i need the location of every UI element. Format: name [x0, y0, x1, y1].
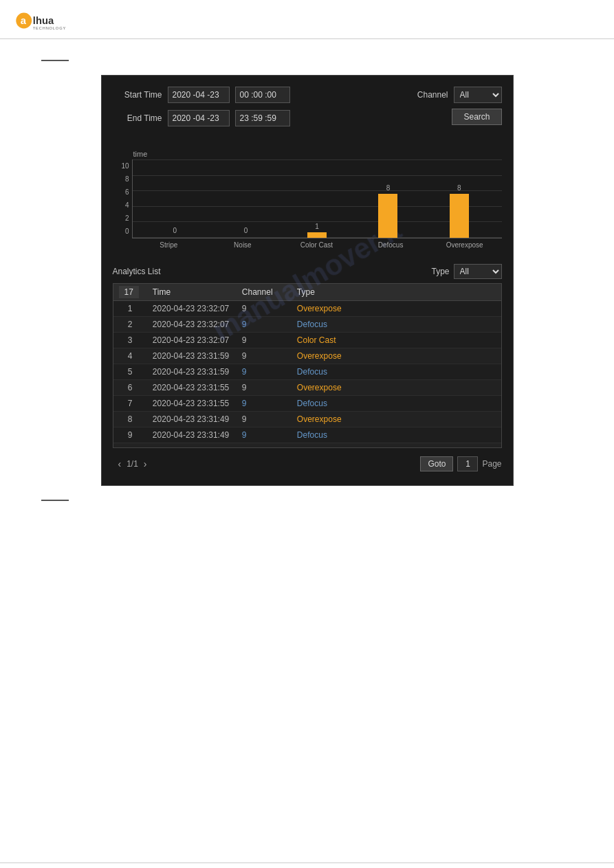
grid-line-8: [133, 175, 502, 176]
bar-colorcast: 1: [281, 232, 352, 238]
cell-num: 8: [113, 412, 147, 427]
table-row: 22020-04-23 23:32:079Defocus: [113, 317, 501, 333]
cell-channel: 9: [237, 317, 292, 333]
cell-type: Defocus: [292, 396, 501, 412]
table-row: 92020-04-23 23:31:499Defocus: [113, 427, 501, 443]
table-row: 82020-04-23 23:31:499Overexpose: [113, 412, 501, 427]
channel-label: Channel: [417, 90, 448, 100]
cell-channel: 9: [237, 396, 292, 412]
cell-num: 6: [113, 380, 147, 396]
end-date-input[interactable]: [168, 110, 230, 126]
cell-time: 2020-04-23 23:31:49: [147, 427, 237, 443]
cell-type: Overexpose: [292, 443, 501, 449]
bar-overexpose-rect: [450, 194, 469, 238]
cell-time: 2020-04-23 23:31:45: [147, 443, 237, 449]
y-tick-8: 8: [125, 175, 129, 183]
start-date-input[interactable]: [168, 87, 230, 103]
cell-num: 7: [113, 396, 147, 412]
bar-stripe: 0: [140, 236, 210, 238]
end-time-label: End Time: [113, 113, 162, 123]
cell-type: Overexpose: [292, 301, 501, 317]
page-number-input[interactable]: [457, 456, 478, 471]
bar-defocus: 8: [353, 194, 424, 238]
table-row: 102020-04-23 23:31:459Overexpose: [113, 443, 501, 449]
cell-channel: 9: [237, 348, 292, 364]
svg-text:a: a: [21, 15, 27, 26]
start-time-input[interactable]: [235, 87, 290, 103]
start-time-label: Start Time: [113, 90, 162, 100]
cell-num: 1: [113, 301, 147, 317]
chart-body: 0 0 1: [132, 159, 502, 249]
chart-title: time: [133, 150, 502, 158]
type-select[interactable]: All: [454, 264, 502, 279]
table-row: 52020-04-23 23:31:599Defocus: [113, 364, 501, 380]
svg-text:TECHNOLOGY: TECHNOLOGY: [33, 26, 66, 30]
cell-channel: 9: [237, 301, 292, 317]
bar-colorcast-rect: [307, 232, 327, 238]
bar-colorcast-value: 1: [315, 223, 319, 230]
cell-type: Overexpose: [292, 348, 501, 364]
cell-time: 2020-04-23 23:32:07: [147, 333, 237, 348]
analytics-table-wrapper[interactable]: 17 Time Channel Type 12020-04-23 23:32:0…: [113, 283, 502, 448]
x-labels: Stripe Noise Color Cast Defocus Overexpo…: [132, 238, 502, 249]
cell-type: Overexpose: [292, 380, 501, 396]
bar-stripe-value: 0: [173, 227, 177, 234]
page-current: 1/1: [127, 459, 138, 469]
bar-overexpose: 8: [424, 194, 494, 238]
table-row: 12020-04-23 23:32:079Overexpose: [113, 301, 501, 317]
time-fields: Start Time End Time: [113, 87, 290, 133]
col-channel: Channel: [237, 284, 292, 301]
cell-type: Defocus: [292, 364, 501, 380]
channel-select[interactable]: All: [454, 87, 502, 103]
dvr-panel: manualmover.it Start Time End Time: [101, 75, 514, 486]
logo-container: a lhua TECHNOLOGY: [14, 8, 600, 33]
x-label-stripe: Stripe: [132, 241, 206, 249]
next-page-button[interactable]: ›: [138, 458, 153, 469]
x-label-noise: Noise: [206, 241, 280, 249]
type-label: Type: [431, 267, 449, 276]
table-row: 72020-04-23 23:31:559Defocus: [113, 396, 501, 412]
col-num: 17: [113, 284, 147, 301]
chart-area: time 0 2 4 6 8 10: [113, 144, 502, 254]
analytics-table: 17 Time Channel Type 12020-04-23 23:32:0…: [113, 284, 501, 448]
cell-time: 2020-04-23 23:31:55: [147, 396, 237, 412]
bar-noise-value: 0: [244, 227, 248, 234]
y-tick-4: 4: [125, 201, 129, 209]
cell-time: 2020-04-23 23:31:49: [147, 412, 237, 427]
cell-type: Defocus: [292, 317, 501, 333]
page-text: Page: [482, 459, 501, 469]
end-time-input[interactable]: [235, 110, 290, 126]
search-button[interactable]: Search: [452, 109, 501, 125]
cell-time: 2020-04-23 23:32:07: [147, 301, 237, 317]
bar-noise-rect: [237, 236, 256, 238]
y-tick-6: 6: [125, 188, 129, 196]
y-axis: 0 2 4 6 8 10: [113, 159, 132, 249]
x-label-colorcast: Color Cast: [280, 241, 354, 249]
cell-type: Defocus: [292, 427, 501, 443]
cell-channel: 9: [237, 364, 292, 380]
dahua-logo: a lhua TECHNOLOGY: [14, 8, 76, 33]
pagination: ‹ 1/1 › Goto Page: [113, 454, 502, 474]
cell-channel: 9: [237, 412, 292, 427]
goto-button[interactable]: Goto: [420, 456, 453, 471]
cell-channel: 9: [237, 380, 292, 396]
table-row: 42020-04-23 23:31:599Overexpose: [113, 348, 501, 364]
cell-time: 2020-04-23 23:32:07: [147, 317, 237, 333]
table-row: 32020-04-23 23:32:079Color Cast: [113, 333, 501, 348]
cell-num: 9: [113, 427, 147, 443]
bar-noise: 0: [210, 236, 281, 238]
page-content: manualmover.it Start Time End Time: [0, 39, 614, 535]
cell-time: 2020-04-23 23:31:59: [147, 364, 237, 380]
y-tick-0: 0: [125, 227, 129, 235]
page-line-bottom: [41, 500, 69, 501]
dvr-panel-wrapper: manualmover.it Start Time End Time: [41, 75, 573, 486]
prev-page-button[interactable]: ‹: [113, 458, 127, 469]
bar-stripe-rect: [165, 236, 184, 238]
cell-type: Color Cast: [292, 333, 501, 348]
table-header-row: 17 Time Channel Type: [113, 284, 501, 301]
cell-num: 3: [113, 333, 147, 348]
bar-overexpose-value: 8: [457, 184, 461, 192]
bar-defocus-rect: [378, 194, 397, 238]
analytics-header: Analytics List Type All: [113, 264, 502, 279]
grid-line-10: [133, 159, 502, 160]
